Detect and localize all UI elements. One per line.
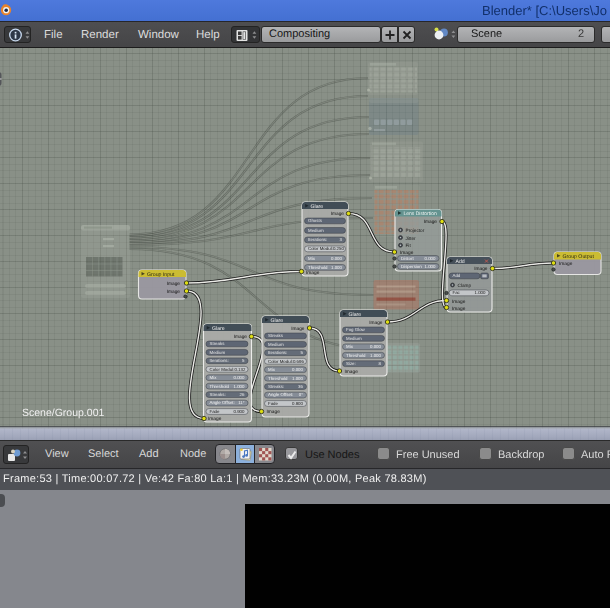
svg-text:Image: Image	[452, 299, 466, 305]
svg-text:Mix: Mix	[346, 344, 354, 349]
svg-text:Glare: Glare	[311, 204, 324, 210]
svg-text:Glare: Glare	[349, 312, 362, 318]
svg-text:Threshold: Threshold	[346, 353, 366, 358]
svg-text:Angle Offset:: Angle Offset:	[210, 400, 235, 405]
svg-text:Color Modul:0.132: Color Modul:0.132	[210, 367, 246, 372]
svg-text:Threshold: Threshold	[308, 265, 328, 270]
svg-text:Image: Image	[424, 219, 438, 225]
svg-text:Image: Image	[234, 334, 248, 340]
svg-text:1.000: 1.000	[292, 376, 304, 381]
svg-text:Fade: Fade	[268, 401, 279, 406]
svg-text:Mix: Mix	[268, 367, 276, 372]
svg-text:Mix: Mix	[308, 256, 316, 261]
svg-text:Image: Image	[474, 266, 488, 272]
svg-text:Image: Image	[267, 409, 281, 415]
svg-text:Add: Add	[456, 259, 465, 265]
svg-text:Image: Image	[345, 369, 359, 375]
svg-text:Fog Glow: Fog Glow	[346, 327, 366, 332]
svg-text:Projector: Projector	[406, 228, 425, 233]
svg-text:Iterations:: Iterations:	[308, 237, 327, 242]
svg-text:Medium: Medium	[346, 336, 362, 341]
svg-text:1.000: 1.000	[331, 265, 343, 270]
svg-text:Medium: Medium	[308, 228, 324, 233]
svg-text:Distort: Distort	[401, 256, 414, 261]
svg-text:0.000: 0.000	[234, 375, 246, 380]
svg-text:Group Input: Group Input	[147, 272, 175, 278]
svg-text:0.900: 0.900	[234, 409, 246, 414]
svg-text:Streaks:: Streaks:	[210, 392, 226, 397]
svg-text:Fade: Fade	[210, 409, 221, 414]
svg-text:Streaks: Streaks	[268, 333, 284, 338]
svg-text:Image: Image	[291, 326, 305, 332]
svg-text:Iterations:: Iterations:	[210, 358, 229, 363]
svg-text:0.900: 0.900	[292, 401, 304, 406]
svg-text:Ghosts: Ghosts	[308, 218, 323, 223]
svg-text:0°: 0°	[299, 392, 303, 397]
svg-text:Lens Distortion: Lens Distortion	[404, 211, 438, 217]
svg-text:Image: Image	[369, 320, 383, 326]
svg-text:1.000: 1.000	[475, 290, 487, 295]
svg-text:Streaks: Streaks	[210, 341, 226, 346]
svg-text:1.000: 1.000	[425, 264, 437, 269]
svg-text:Image: Image	[167, 289, 181, 295]
svg-text:36: 36	[298, 384, 303, 389]
svg-text:Glare: Glare	[212, 326, 225, 332]
svg-text:26: 26	[240, 392, 245, 397]
svg-text:Image: Image	[331, 211, 345, 217]
svg-text:Image: Image	[559, 261, 573, 267]
svg-text:Color Modul:0.250: Color Modul:0.250	[308, 246, 344, 251]
svg-text:0.000: 0.000	[292, 367, 304, 372]
svg-text:Glare: Glare	[271, 318, 284, 324]
svg-text:Image: Image	[452, 306, 466, 312]
svg-text:Fac: Fac	[453, 290, 461, 295]
svg-text:Medium: Medium	[268, 342, 284, 347]
svg-text:Image: Image	[167, 281, 181, 287]
svg-text:Add: Add	[453, 273, 461, 278]
svg-text:Streaks:: Streaks:	[268, 384, 284, 389]
svg-text:Clamp: Clamp	[458, 283, 472, 288]
svg-text:Angle Offset:: Angle Offset:	[268, 392, 293, 397]
svg-text:Mix: Mix	[210, 375, 218, 380]
svg-text:Color Modul:0.696: Color Modul:0.696	[268, 359, 304, 364]
svg-text:Threshold: Threshold	[268, 376, 288, 381]
svg-text:Image: Image	[208, 416, 222, 422]
svg-text:0.000: 0.000	[331, 256, 343, 261]
svg-text:0.000: 0.000	[425, 256, 437, 261]
svg-text:1.000: 1.000	[234, 384, 246, 389]
svg-text:Scene/Group.001: Scene/Group.001	[22, 407, 104, 419]
svg-text:Group Output: Group Output	[563, 254, 595, 260]
svg-text:11°: 11°	[238, 400, 245, 405]
svg-text:Threshold: Threshold	[210, 384, 230, 389]
svg-text:Medium: Medium	[210, 350, 226, 355]
svg-text:1.000: 1.000	[370, 353, 382, 358]
svg-text:Jitter: Jitter	[406, 236, 417, 241]
svg-text:Fit: Fit	[406, 243, 412, 248]
svg-text:Iterations:: Iterations:	[268, 350, 287, 355]
svg-text:Dispersion: Dispersion	[401, 264, 422, 269]
svg-text:Size:: Size:	[346, 361, 356, 366]
svg-text:0.000: 0.000	[370, 344, 382, 349]
svg-text:Image: Image	[306, 270, 320, 276]
